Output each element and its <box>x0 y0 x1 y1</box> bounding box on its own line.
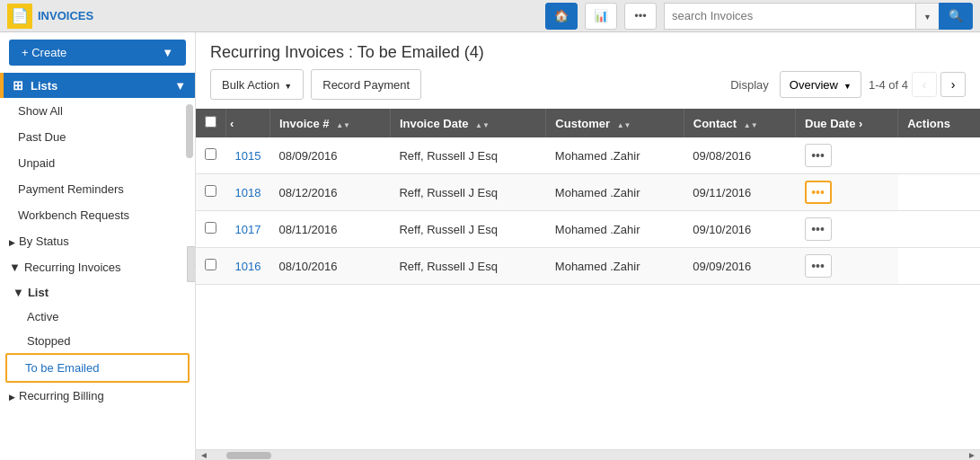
row-action-button-1[interactable]: ••• <box>805 181 832 204</box>
app-title: INVOICES <box>38 9 93 22</box>
sidebar-recurring-billing-label: Recurring Billing <box>19 389 104 402</box>
sort-invoice-num-icon: ▲▼ <box>336 122 350 129</box>
more-button[interactable]: ••• <box>624 3 657 30</box>
sidebar: + Create ▼ ⊞ Lists ▼ Show All Past Due U… <box>0 32 196 460</box>
row-checkbox-cell[interactable] <box>196 211 226 248</box>
row-action-button-0[interactable]: ••• <box>805 144 832 167</box>
invoice-num-link-1[interactable]: 1018 <box>235 186 261 199</box>
sidebar-item-workbench-requests[interactable]: Workbench Requests <box>0 202 195 228</box>
sidebar-by-status[interactable]: By Status <box>0 228 195 254</box>
create-label: + Create <box>22 46 66 59</box>
sidebar-item-payment-reminders[interactable]: Payment Reminders <box>0 176 195 202</box>
record-payment-button[interactable]: Record Payment <box>311 69 421 100</box>
th-checkbox[interactable] <box>196 109 226 137</box>
display-dropdown[interactable]: Overview <box>780 71 861 98</box>
sidebar-item-stopped[interactable]: Stopped <box>0 329 195 353</box>
scroll-right-btn[interactable]: ► <box>967 450 976 460</box>
row-actions-2: ••• <box>796 211 898 248</box>
row-invoice-date-3: 08/10/2016 <box>269 248 390 285</box>
recurring-list-expand-icon: ▼ <box>13 286 24 299</box>
main-layout: + Create ▼ ⊞ Lists ▼ Show All Past Due U… <box>0 32 980 460</box>
th-invoice-num[interactable]: Invoice # ▲▼ <box>269 109 390 137</box>
invoice-num-link-2[interactable]: 1017 <box>235 223 261 236</box>
sort-contact-icon: ▲▼ <box>744 122 758 129</box>
sidebar-item-active[interactable]: Active <box>0 305 195 329</box>
invoice-num-link-3[interactable]: 1016 <box>235 260 261 273</box>
sidebar-item-to-be-emailed[interactable]: To be Emailed <box>5 353 190 383</box>
row-checkbox-cell[interactable] <box>196 137 226 174</box>
invoices-table: ‹ Invoice # ▲▼ Invoice Date ▲▼ Customer <box>196 109 980 285</box>
create-dropdown-arrow: ▼ <box>162 46 173 59</box>
app-logo: 📄 INVOICES <box>7 4 93 29</box>
row-checkbox-2[interactable] <box>205 222 216 234</box>
search-input[interactable] <box>664 3 915 30</box>
row-action-button-3[interactable]: ••• <box>805 254 832 278</box>
row-action-button-2[interactable]: ••• <box>805 217 832 241</box>
page-title: Recurring Invoices : To be Emailed (4) <box>196 32 980 69</box>
row-contact-2: Mohamed .Zahir <box>546 211 684 248</box>
th-actions: Actions <box>898 109 980 137</box>
logo-icon: 📄 <box>7 4 32 29</box>
row-checkbox-cell[interactable] <box>196 248 226 285</box>
search-dropdown-button[interactable] <box>915 3 939 30</box>
row-invoice-num-0: 1015 <box>226 137 270 174</box>
row-contact-1: Mohamed .Zahir <box>546 174 684 211</box>
more-icon: ••• <box>634 9 647 22</box>
th-nav: ‹ <box>226 109 270 137</box>
row-checkbox-0[interactable] <box>205 148 216 160</box>
next-page-button[interactable] <box>940 72 966 97</box>
bulk-action-dropdown-icon <box>284 78 292 92</box>
sidebar-item-past-due[interactable]: Past Due <box>0 124 195 150</box>
row-checkbox-cell[interactable] <box>196 174 226 211</box>
select-all-checkbox[interactable] <box>205 116 216 128</box>
th-customer[interactable]: Customer ▲▼ <box>546 109 684 137</box>
sidebar-lists-label: Lists <box>31 79 57 93</box>
chart-icon: 📊 <box>594 9 608 22</box>
sidebar-recurring-billing[interactable]: Recurring Billing <box>0 383 195 409</box>
record-payment-label: Record Payment <box>322 78 410 92</box>
search-button[interactable]: 🔍 <box>939 3 973 30</box>
sort-customer-icon: ▲▼ <box>617 122 631 129</box>
sidebar-scroll-handle[interactable] <box>186 104 193 158</box>
prev-page-button[interactable] <box>912 72 937 97</box>
row-actions-3: ••• <box>796 248 898 285</box>
grid-icon: ⊞ <box>13 78 23 93</box>
home-icon: 🏠 <box>554 9 569 22</box>
lists-expand-icon: ▼ <box>174 79 186 93</box>
horizontal-scrollbar[interactable]: ◄ ► <box>196 449 980 460</box>
sidebar-lists-header[interactable]: ⊞ Lists ▼ <box>0 73 195 98</box>
table-row: 1018 08/12/2016 Reff, Russell J Esq Moha… <box>196 174 980 211</box>
scroll-left-btn[interactable]: ◄ <box>199 450 208 460</box>
th-due-date[interactable]: Due Date › <box>796 109 898 137</box>
row-checkbox-1[interactable] <box>205 185 216 197</box>
search-icon: 🔍 <box>949 9 963 22</box>
th-contact[interactable]: Contact ▲▼ <box>684 109 795 137</box>
invoice-num-link-0[interactable]: 1015 <box>235 149 261 163</box>
create-button[interactable]: + Create ▼ <box>9 40 186 66</box>
recurring-invoices-expand-icon: ▼ <box>9 261 21 274</box>
sidebar-recurring-list[interactable]: ▼ List <box>0 280 195 305</box>
scroll-thumb[interactable] <box>226 452 271 459</box>
row-invoice-num-2: 1017 <box>226 211 270 248</box>
sidebar-item-show-all[interactable]: Show All <box>0 98 195 124</box>
row-checkbox-3[interactable] <box>205 259 216 270</box>
pagination-text: 1-4 of 4 <box>869 78 908 92</box>
sidebar-item-unpaid[interactable]: Unpaid <box>0 150 195 176</box>
sidebar-by-status-label: By Status <box>19 234 69 248</box>
row-customer-2: Reff, Russell J Esq <box>390 211 545 248</box>
bulk-action-button[interactable]: Bulk Action <box>210 69 304 100</box>
col-nav-icon: ‹ <box>230 117 234 130</box>
chart-button[interactable]: 📊 <box>585 3 617 30</box>
table-row: 1017 08/11/2016 Reff, Russell J Esq Moha… <box>196 211 980 248</box>
chevron-down-icon <box>923 9 931 22</box>
sidebar-recurring-invoices[interactable]: ▼ Recurring Invoices <box>0 254 195 280</box>
content-area: Recurring Invoices : To be Emailed (4) B… <box>196 32 980 460</box>
row-actions-1: ••• <box>796 174 898 211</box>
table-row: 1016 08/10/2016 Reff, Russell J Esq Moha… <box>196 248 980 285</box>
sidebar-recurring-invoices-label: Recurring Invoices <box>24 261 121 274</box>
table-body: 1015 08/09/2016 Reff, Russell J Esq Moha… <box>196 137 980 285</box>
display-label: Display <box>730 78 769 92</box>
home-button[interactable]: 🏠 <box>545 3 578 30</box>
th-invoice-date[interactable]: Invoice Date ▲▼ <box>390 109 545 137</box>
sidebar-collapse-button[interactable]: ‹ <box>187 246 196 282</box>
